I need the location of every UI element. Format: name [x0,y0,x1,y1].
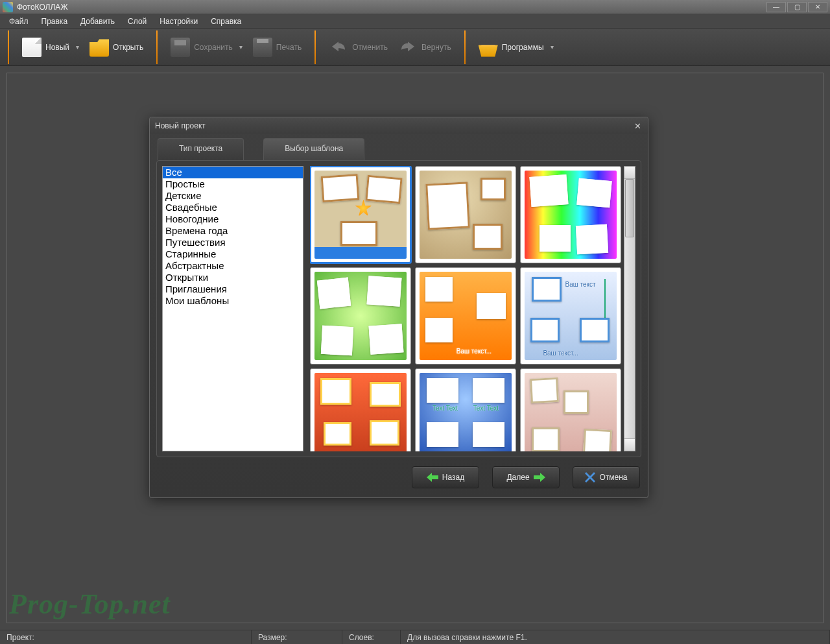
dialog-close-button[interactable]: ✕ [632,121,643,131]
list-item[interactable]: Все [163,167,303,178]
dropdown-caret-icon: ▾ [76,43,79,51]
dialog-body: Все Простые Детские Свадебные Новогодние… [156,160,641,457]
menu-layer[interactable]: Слой [123,16,152,27]
dialog-title: Новый проект [155,121,206,130]
tab-choose-template[interactable]: Выбор шаблона [263,138,364,160]
category-list[interactable]: Все Простые Детские Свадебные Новогодние… [162,166,303,451]
app-title: ФотоКОЛЛАЖ [17,3,67,12]
open-button[interactable]: Открыть [84,32,148,63]
menu-edit[interactable]: Правка [36,16,73,27]
back-button[interactable]: Назад [412,466,479,488]
dropdown-caret-icon: ▾ [239,43,243,51]
template-item[interactable] [310,166,411,263]
redo-button-label: Вернуть [421,43,451,52]
menu-help[interactable]: Справка [206,16,246,27]
new-file-icon [22,38,42,57]
tab-project-type[interactable]: Тип проекта [158,138,244,160]
redo-button[interactable]: Вернуть [393,32,456,63]
list-item[interactable]: Мои шаблоны [163,295,303,307]
template-caption: Text Text [473,405,499,412]
window-titlebar: ФотоКОЛЛАЖ — ▢ ✕ [0,0,830,14]
template-item[interactable] [415,166,516,263]
programs-button-label: Программы [502,43,544,52]
template-item[interactable]: Ваш текст... [415,267,516,364]
template-item[interactable] [310,267,411,364]
dialog-tabs: Тип проекта Выбор шаблона [150,138,648,160]
print-button-label: Печать [276,43,302,52]
list-item[interactable]: Новогодние [163,213,303,225]
template-caption: Text Text [433,405,458,412]
cancel-x-icon [585,472,595,483]
undo-arrow-icon [329,38,348,57]
print-button[interactable]: Печать [248,32,307,63]
next-button-label: Далее [506,473,529,482]
toolbar-separator [156,30,158,64]
floppy-icon [171,38,190,57]
undo-button-label: Отменить [352,43,388,52]
programs-button[interactable]: Программы ▾ [473,32,559,63]
list-item[interactable]: Детские [163,190,303,202]
folder-open-icon [89,38,109,57]
save-button[interactable]: Сохранить ▾ [165,32,248,63]
template-item[interactable] [520,368,621,451]
watermark: Prog-Top.net [9,588,171,621]
toolbar-separator [8,30,9,64]
toolbar-separator [314,30,316,64]
cancel-button-label: Отмена [599,473,627,482]
template-item[interactable]: Ваш текст Ваш текст... [520,267,621,364]
app-icon [3,2,13,12]
dialog-button-row: Назад Далее Отмена [150,464,648,497]
window-minimize-button[interactable]: — [766,2,786,12]
status-layers: Слоев: [342,630,401,644]
template-item[interactable]: Text Text [310,368,411,451]
open-button-label: Открыть [113,43,143,52]
window-maximize-button[interactable]: ▢ [787,2,807,12]
new-button-label: Новый [45,43,69,52]
list-item[interactable]: Времена года [163,225,303,237]
status-help-hint: Для вызова справки нажмите F1. [401,630,830,644]
printer-icon [253,38,272,57]
window-close-button[interactable]: ✕ [808,2,827,12]
gallery-scrollbar[interactable] [624,166,635,451]
dialog-titlebar: Новый проект ✕ [150,117,648,134]
undo-button[interactable]: Отменить [324,32,393,63]
template-caption: Ваш текст [565,281,595,288]
status-project: Проект: [0,630,252,644]
box-icon [479,38,498,57]
menu-file[interactable]: Файл [4,16,34,27]
template-caption: Ваш текст... [456,348,492,355]
arrow-left-icon [427,473,438,482]
save-button-label: Сохранить [194,43,233,52]
menu-add[interactable]: Добавить [75,16,120,27]
menu-bar: Файл Правка Добавить Слой Настройки Спра… [0,14,830,29]
new-button[interactable]: Новый ▾ [17,32,84,63]
redo-arrow-icon [398,38,418,57]
list-item[interactable]: Старинные [163,248,303,260]
new-project-dialog: Новый проект ✕ Тип проекта Выбор шаблона… [149,117,648,498]
status-size: Размер: [252,630,342,644]
template-item[interactable]: Text Text Text Text Text Text Text Text [415,368,516,451]
list-item[interactable]: Абстрактные [163,260,303,272]
arrow-right-icon [534,473,545,482]
toolbar-separator [464,30,466,64]
scrollbar-thumb[interactable] [625,179,634,237]
list-item[interactable]: Свадебные [163,202,303,213]
cancel-button[interactable]: Отмена [573,466,640,488]
dropdown-caret-icon: ▾ [551,43,554,51]
template-item[interactable] [520,166,621,263]
template-caption: Ваш текст... [543,350,578,357]
menu-settings[interactable]: Настройки [154,16,203,27]
back-button-label: Назад [442,473,464,482]
list-item[interactable]: Открытки [163,272,303,283]
list-item[interactable]: Приглашения [163,283,303,295]
list-item[interactable]: Простые [163,178,303,190]
main-toolbar: Новый ▾ Открыть Сохранить ▾ Печать Отмен… [0,29,830,66]
next-button[interactable]: Далее [492,466,560,488]
template-gallery: Ваш текст... Ваш текст Ваш текст... [310,166,635,451]
list-item[interactable]: Путешествия [163,237,303,248]
status-bar: Проект: Размер: Слоев: Для вызова справк… [0,630,830,644]
